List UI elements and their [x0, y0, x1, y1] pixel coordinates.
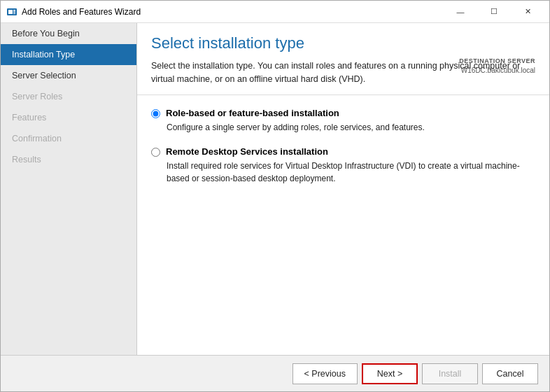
sidebar-item-server-roles: Server Roles [1, 86, 136, 107]
close-button[interactable]: ✕ [512, 1, 544, 23]
option-role-based-desc: Configure a single server by adding role… [167, 121, 535, 134]
radio-role-based[interactable] [151, 109, 160, 118]
destination-server-name: W16DC.bakicubuk.local [459, 66, 535, 76]
page-title: Select installation type [151, 34, 535, 52]
option-role-based-title: Role-based or feature-based installation [166, 108, 339, 118]
svg-rect-3 [13, 11, 15, 13]
window-controls: — ☐ ✕ [444, 1, 544, 23]
maximize-button[interactable]: ☐ [478, 1, 510, 23]
sidebar: Before You Begin Installation Type Serve… [1, 23, 137, 355]
sidebar-item-features: Features [1, 107, 136, 128]
minimize-button[interactable]: — [444, 1, 477, 23]
destination-label: DESTINATION SERVER [459, 57, 535, 66]
option-role-based: Role-based or feature-based installation… [151, 108, 535, 134]
window-title: Add Roles and Features Wizard [22, 7, 444, 17]
wizard-window: Add Roles and Features Wizard — ☐ ✕ Befo… [0, 0, 550, 392]
app-icon [6, 6, 17, 18]
sidebar-item-installation-type[interactable]: Installation Type [1, 44, 136, 65]
option-remote-desktop-label[interactable]: Remote Desktop Services installation [151, 146, 535, 157]
install-button[interactable]: Install [422, 363, 478, 384]
footer: < Previous Next > Install Cancel [1, 355, 549, 391]
content-area: Before You Begin Installation Type Serve… [1, 23, 549, 355]
options-section: Role-based or feature-based installation… [137, 95, 549, 356]
destination-server: DESTINATION SERVER W16DC.bakicubuk.local [459, 57, 535, 76]
title-bar: Add Roles and Features Wizard — ☐ ✕ [1, 1, 549, 23]
main-content: Select installation type Select the inst… [137, 23, 549, 355]
svg-rect-1 [8, 10, 13, 14]
option-remote-desktop-desc: Install required role services for Virtu… [167, 160, 535, 185]
option-remote-desktop-title: Remote Desktop Services installation [166, 146, 328, 157]
option-role-based-label[interactable]: Role-based or feature-based installation [151, 108, 535, 118]
sidebar-item-server-selection[interactable]: Server Selection [1, 65, 136, 86]
svg-rect-4 [13, 13, 15, 14]
radio-remote-desktop[interactable] [151, 148, 160, 157]
sidebar-item-results: Results [1, 149, 136, 170]
svg-rect-2 [13, 10, 15, 11]
sidebar-item-before-you-begin[interactable]: Before You Begin [1, 23, 136, 44]
sidebar-item-confirmation: Confirmation [1, 128, 136, 149]
top-section: Select installation type Select the inst… [137, 23, 549, 95]
option-remote-desktop: Remote Desktop Services installation Ins… [151, 146, 535, 185]
previous-button[interactable]: < Previous [292, 363, 358, 384]
cancel-button[interactable]: Cancel [482, 363, 538, 384]
next-button[interactable]: Next > [362, 363, 418, 384]
